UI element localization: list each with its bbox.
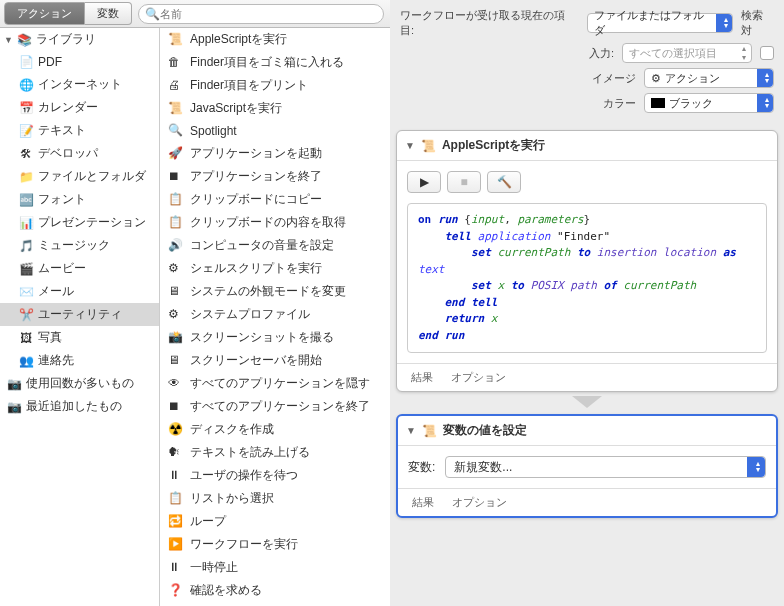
action-list-item[interactable]: 🚀アプリケーションを起動 (160, 142, 390, 165)
action-icon: 🚀 (168, 146, 184, 162)
action-list-item[interactable]: ⏸ユーザの操作を待つ (160, 464, 390, 487)
action-list-item[interactable]: 🖥システムの外観モードを変更 (160, 280, 390, 303)
action-list-item[interactable]: 🗣テキストを読み上げる (160, 441, 390, 464)
action-label: AppleScriptを実行 (190, 31, 287, 48)
action-list-item[interactable]: ⏹アプリケーションを終了 (160, 165, 390, 188)
sidebar-item-label: フォント (38, 191, 86, 208)
action-list-item[interactable]: ⚙システムプロファイル (160, 303, 390, 326)
sidebar-item[interactable]: ✉️メール (0, 280, 159, 303)
action-label: 確認を求める (190, 582, 262, 599)
tab-actions[interactable]: アクション (4, 2, 85, 25)
script-editor[interactable]: on run {input, parameters} tell applicat… (407, 203, 767, 353)
action-list-item[interactable]: 🖨Finder項目をプリント (160, 74, 390, 97)
sidebar-item-label: メール (38, 283, 74, 300)
applescript-icon: 📜 (421, 139, 436, 153)
sidebar-item[interactable]: 📅カレンダー (0, 96, 159, 119)
prop-input-select[interactable]: すべての選択項目▴▾ (622, 43, 752, 63)
sidebar-item[interactable]: 📁ファイルとフォルダ (0, 165, 159, 188)
sidebar-smart-item[interactable]: 📷最近追加したもの (0, 395, 159, 418)
action-icon: 🔍 (168, 123, 184, 139)
action-list-item[interactable]: 📜JavaScriptを実行 (160, 97, 390, 120)
action-list-item[interactable]: 📋クリップボードにコピー (160, 188, 390, 211)
action-list-item[interactable]: ▶️ワークフローを実行 (160, 533, 390, 556)
action-list-item[interactable]: ⏹すべてのアプリケーションを終了 (160, 395, 390, 418)
action-label: 一時停止 (190, 559, 238, 576)
sidebar-item[interactable]: ✂️ユーティリティ (0, 303, 159, 326)
sidebar-item[interactable]: 👥連絡先 (0, 349, 159, 372)
action-list-item[interactable]: ❓確認を求める (160, 579, 390, 602)
sidebar-item[interactable]: 📊プレゼンテーション (0, 211, 159, 234)
run-button[interactable]: ▶ (407, 171, 441, 193)
prop-receives-select[interactable]: ファイルまたはフォルダ▴▾ (587, 13, 734, 33)
sidebar-item[interactable]: 🔤フォント (0, 188, 159, 211)
prop-search-label: 検索対 (741, 8, 774, 38)
action-label: システムの外観モードを変更 (190, 283, 346, 300)
sidebar-item-label: 最近追加したもの (26, 398, 122, 415)
action-list-item[interactable]: ☢️ディスクを作成 (160, 418, 390, 441)
action-icon: ❓ (168, 583, 184, 599)
sidebar-item-label: PDF (38, 55, 62, 69)
disclosure-icon[interactable]: ▼ (405, 140, 415, 151)
search-icon: 🔍 (145, 7, 160, 21)
wf-options-tab[interactable]: オプション (451, 370, 506, 385)
action-list-item[interactable]: 📋クリップボードの内容を取得 (160, 211, 390, 234)
sidebar-root-label: ライブラリ (36, 31, 96, 48)
search-field[interactable]: 🔍 (138, 4, 384, 24)
sidebar-item[interactable]: 🖼写真 (0, 326, 159, 349)
disclosure-icon[interactable]: ▼ (406, 425, 416, 436)
action-list-item[interactable]: 🔊コンピュータの音量を設定 (160, 234, 390, 257)
action-label: ループ (190, 513, 226, 530)
compile-button[interactable]: 🔨 (487, 171, 521, 193)
sidebar-item-label: デベロッパ (38, 145, 98, 162)
wf-results-tab[interactable]: 結果 (411, 370, 433, 385)
action-label: スクリーンセーバを開始 (190, 352, 322, 369)
wf-action-set-variable[interactable]: ▼ 📜 変数の値を設定 変数: 新規変数...▴▾ 結果 オプション (396, 414, 778, 518)
wf-results-tab[interactable]: 結果 (412, 495, 434, 510)
category-icon: 📝 (18, 123, 34, 139)
category-icon: 📄 (18, 54, 34, 70)
action-icon: ⏹ (168, 399, 184, 415)
action-list-item[interactable]: 📊結果を表示 (160, 602, 390, 606)
variable-select[interactable]: 新規変数...▴▾ (445, 456, 766, 478)
tab-variables[interactable]: 変数 (85, 2, 132, 25)
wf-options-tab[interactable]: オプション (452, 495, 507, 510)
gear-icon: ⚙ (651, 72, 661, 85)
stop-button[interactable]: ■ (447, 171, 481, 193)
sidebar-item[interactable]: 🎬ムービー (0, 257, 159, 280)
sidebar-item[interactable]: 🎵ミュージック (0, 234, 159, 257)
prop-color-select[interactable]: ブラック▴▾ (644, 93, 774, 113)
action-label: ワークフローを実行 (190, 536, 298, 553)
prop-input-checkbox[interactable] (760, 46, 774, 60)
action-icon: 📜 (168, 32, 184, 48)
disclosure-icon: ▼ (4, 35, 13, 45)
sidebar-smart-item[interactable]: 📷使用回数が多いもの (0, 372, 159, 395)
sidebar-item[interactable]: 📄PDF (0, 51, 159, 73)
action-icon: ⏸ (168, 468, 184, 484)
prop-image-select[interactable]: ⚙ アクション▴▾ (644, 68, 774, 88)
sidebar-item[interactable]: 🌐インターネット (0, 73, 159, 96)
action-list-item[interactable]: 🔁ループ (160, 510, 390, 533)
sidebar-item[interactable]: 🛠デベロッパ (0, 142, 159, 165)
category-icon: 🎵 (18, 238, 34, 254)
action-list-item[interactable]: 📜AppleScriptを実行 (160, 28, 390, 51)
search-input[interactable] (160, 8, 377, 20)
category-icon: 📅 (18, 100, 34, 116)
category-icon: 🌐 (18, 77, 34, 93)
play-icon: ▶ (420, 175, 429, 189)
action-list-item[interactable]: ⏸一時停止 (160, 556, 390, 579)
action-list-item[interactable]: 📸スクリーンショットを撮る (160, 326, 390, 349)
action-list-item[interactable]: 📋リストから選択 (160, 487, 390, 510)
sidebar-root[interactable]: ▼ 📚 ライブラリ (0, 28, 159, 51)
action-label: クリップボードにコピー (190, 191, 322, 208)
action-icon: 📋 (168, 192, 184, 208)
action-list-item[interactable]: ⚙シェルスクリプトを実行 (160, 257, 390, 280)
action-list-item[interactable]: 👁すべてのアプリケーションを隠す (160, 372, 390, 395)
action-label: すべてのアプリケーションを隠す (190, 375, 370, 392)
sidebar-item[interactable]: 📝テキスト (0, 119, 159, 142)
action-list-item[interactable]: 🗑Finder項目をゴミ箱に入れる (160, 51, 390, 74)
category-icon: 📊 (18, 215, 34, 231)
wf-action-applescript[interactable]: ▼ 📜 AppleScriptを実行 ▶ ■ 🔨 on run {input, … (396, 130, 778, 392)
action-list-item[interactable]: 🖥スクリーンセーバを開始 (160, 349, 390, 372)
action-icon: ⏸ (168, 560, 184, 576)
action-list-item[interactable]: 🔍Spotlight (160, 120, 390, 142)
